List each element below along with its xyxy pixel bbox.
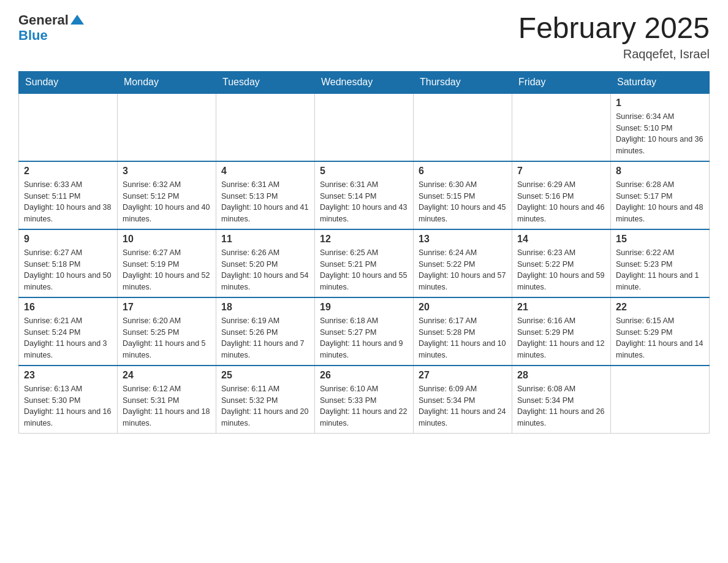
day-info: Sunrise: 6:19 AM Sunset: 5:26 PM Dayligh…	[221, 315, 309, 361]
day-number: 19	[320, 302, 408, 313]
day-number: 9	[24, 234, 112, 245]
day-number: 3	[123, 166, 211, 177]
day-number: 23	[24, 370, 112, 381]
calendar-cell: 15Sunrise: 6:22 AM Sunset: 5:23 PM Dayli…	[611, 229, 710, 297]
calendar-title: February 2025	[518, 12, 710, 45]
calendar-cell	[19, 93, 118, 161]
day-info: Sunrise: 6:29 AM Sunset: 5:16 PM Dayligh…	[517, 179, 605, 225]
day-number: 6	[419, 166, 507, 177]
day-info: Sunrise: 6:16 AM Sunset: 5:29 PM Dayligh…	[517, 315, 605, 361]
day-info: Sunrise: 6:31 AM Sunset: 5:13 PM Dayligh…	[221, 179, 309, 225]
day-info: Sunrise: 6:34 AM Sunset: 5:10 PM Dayligh…	[616, 111, 704, 157]
calendar-cell: 2Sunrise: 6:33 AM Sunset: 5:11 PM Daylig…	[19, 161, 118, 229]
day-number: 18	[221, 302, 309, 313]
calendar-cell: 23Sunrise: 6:13 AM Sunset: 5:30 PM Dayli…	[19, 366, 118, 434]
calendar-cell: 20Sunrise: 6:17 AM Sunset: 5:28 PM Dayli…	[414, 297, 512, 366]
day-number: 16	[24, 302, 112, 313]
svg-marker-0	[70, 15, 84, 25]
day-number: 25	[221, 370, 309, 381]
day-info: Sunrise: 6:18 AM Sunset: 5:27 PM Dayligh…	[320, 315, 408, 361]
day-number: 27	[419, 370, 507, 381]
calendar-cell: 10Sunrise: 6:27 AM Sunset: 5:19 PM Dayli…	[118, 229, 216, 297]
day-info: Sunrise: 6:24 AM Sunset: 5:22 PM Dayligh…	[419, 247, 507, 293]
calendar-cell: 18Sunrise: 6:19 AM Sunset: 5:26 PM Dayli…	[216, 297, 315, 366]
calendar-week-row: 2Sunrise: 6:33 AM Sunset: 5:11 PM Daylig…	[19, 161, 710, 229]
calendar-cell: 7Sunrise: 6:29 AM Sunset: 5:16 PM Daylig…	[512, 161, 611, 229]
day-number: 8	[616, 166, 704, 177]
day-info: Sunrise: 6:11 AM Sunset: 5:32 PM Dayligh…	[221, 383, 309, 429]
page-header: General Blue February 2025 Raqqefet, Isr…	[18, 12, 710, 61]
day-info: Sunrise: 6:28 AM Sunset: 5:17 PM Dayligh…	[616, 179, 704, 225]
day-number: 20	[419, 302, 507, 313]
calendar-week-row: 1Sunrise: 6:34 AM Sunset: 5:10 PM Daylig…	[19, 93, 710, 161]
calendar-cell: 4Sunrise: 6:31 AM Sunset: 5:13 PM Daylig…	[216, 161, 315, 229]
day-info: Sunrise: 6:30 AM Sunset: 5:15 PM Dayligh…	[419, 179, 507, 225]
calendar-week-row: 23Sunrise: 6:13 AM Sunset: 5:30 PM Dayli…	[19, 366, 710, 434]
logo: General Blue	[18, 12, 84, 43]
day-info: Sunrise: 6:33 AM Sunset: 5:11 PM Dayligh…	[24, 179, 112, 225]
calendar-week-row: 9Sunrise: 6:27 AM Sunset: 5:18 PM Daylig…	[19, 229, 710, 297]
day-info: Sunrise: 6:12 AM Sunset: 5:31 PM Dayligh…	[123, 383, 211, 429]
col-monday: Monday	[118, 71, 216, 93]
calendar-cell: 11Sunrise: 6:26 AM Sunset: 5:20 PM Dayli…	[216, 229, 315, 297]
day-number: 12	[320, 234, 408, 245]
day-number: 14	[517, 234, 605, 245]
day-info: Sunrise: 6:09 AM Sunset: 5:34 PM Dayligh…	[419, 383, 507, 429]
day-info: Sunrise: 6:32 AM Sunset: 5:12 PM Dayligh…	[123, 179, 211, 225]
day-info: Sunrise: 6:31 AM Sunset: 5:14 PM Dayligh…	[320, 179, 408, 225]
day-info: Sunrise: 6:15 AM Sunset: 5:29 PM Dayligh…	[616, 315, 704, 361]
calendar-cell: 27Sunrise: 6:09 AM Sunset: 5:34 PM Dayli…	[414, 366, 512, 434]
calendar-cell: 12Sunrise: 6:25 AM Sunset: 5:21 PM Dayli…	[315, 229, 414, 297]
day-info: Sunrise: 6:26 AM Sunset: 5:20 PM Dayligh…	[221, 247, 309, 293]
col-tuesday: Tuesday	[216, 71, 315, 93]
calendar-cell: 19Sunrise: 6:18 AM Sunset: 5:27 PM Dayli…	[315, 297, 414, 366]
title-area: February 2025 Raqqefet, Israel	[518, 12, 710, 61]
logo-triangle-icon	[70, 13, 84, 26]
col-saturday: Saturday	[611, 71, 710, 93]
calendar-week-row: 16Sunrise: 6:21 AM Sunset: 5:24 PM Dayli…	[19, 297, 710, 366]
day-number: 17	[123, 302, 211, 313]
col-wednesday: Wednesday	[315, 71, 414, 93]
day-number: 7	[517, 166, 605, 177]
col-thursday: Thursday	[414, 71, 512, 93]
calendar-cell	[414, 93, 512, 161]
day-number: 10	[123, 234, 211, 245]
day-info: Sunrise: 6:23 AM Sunset: 5:22 PM Dayligh…	[517, 247, 605, 293]
day-number: 5	[320, 166, 408, 177]
calendar-cell: 14Sunrise: 6:23 AM Sunset: 5:22 PM Dayli…	[512, 229, 611, 297]
day-number: 1	[616, 98, 704, 109]
day-number: 2	[24, 166, 112, 177]
day-info: Sunrise: 6:25 AM Sunset: 5:21 PM Dayligh…	[320, 247, 408, 293]
day-number: 21	[517, 302, 605, 313]
logo-general-text: General	[18, 13, 69, 28]
logo-blue-text: Blue	[18, 28, 48, 43]
calendar-subtitle: Raqqefet, Israel	[518, 47, 710, 61]
calendar-cell: 6Sunrise: 6:30 AM Sunset: 5:15 PM Daylig…	[414, 161, 512, 229]
calendar-cell: 16Sunrise: 6:21 AM Sunset: 5:24 PM Dayli…	[19, 297, 118, 366]
calendar-header-row: Sunday Monday Tuesday Wednesday Thursday…	[19, 71, 710, 93]
day-info: Sunrise: 6:08 AM Sunset: 5:34 PM Dayligh…	[517, 383, 605, 429]
calendar-cell: 22Sunrise: 6:15 AM Sunset: 5:29 PM Dayli…	[611, 297, 710, 366]
calendar-cell: 1Sunrise: 6:34 AM Sunset: 5:10 PM Daylig…	[611, 93, 710, 161]
calendar-table: Sunday Monday Tuesday Wednesday Thursday…	[18, 71, 710, 434]
day-number: 22	[616, 302, 704, 313]
day-info: Sunrise: 6:27 AM Sunset: 5:19 PM Dayligh…	[123, 247, 211, 293]
calendar-cell: 5Sunrise: 6:31 AM Sunset: 5:14 PM Daylig…	[315, 161, 414, 229]
calendar-cell: 24Sunrise: 6:12 AM Sunset: 5:31 PM Dayli…	[118, 366, 216, 434]
calendar-cell	[512, 93, 611, 161]
day-info: Sunrise: 6:13 AM Sunset: 5:30 PM Dayligh…	[24, 383, 112, 429]
calendar-cell: 9Sunrise: 6:27 AM Sunset: 5:18 PM Daylig…	[19, 229, 118, 297]
day-number: 11	[221, 234, 309, 245]
day-number: 13	[419, 234, 507, 245]
calendar-cell: 3Sunrise: 6:32 AM Sunset: 5:12 PM Daylig…	[118, 161, 216, 229]
day-info: Sunrise: 6:21 AM Sunset: 5:24 PM Dayligh…	[24, 315, 112, 361]
day-info: Sunrise: 6:17 AM Sunset: 5:28 PM Dayligh…	[419, 315, 507, 361]
day-number: 15	[616, 234, 704, 245]
calendar-cell: 26Sunrise: 6:10 AM Sunset: 5:33 PM Dayli…	[315, 366, 414, 434]
day-info: Sunrise: 6:27 AM Sunset: 5:18 PM Dayligh…	[24, 247, 112, 293]
calendar-cell	[118, 93, 216, 161]
col-friday: Friday	[512, 71, 611, 93]
day-number: 4	[221, 166, 309, 177]
calendar-cell: 21Sunrise: 6:16 AM Sunset: 5:29 PM Dayli…	[512, 297, 611, 366]
calendar-cell: 17Sunrise: 6:20 AM Sunset: 5:25 PM Dayli…	[118, 297, 216, 366]
